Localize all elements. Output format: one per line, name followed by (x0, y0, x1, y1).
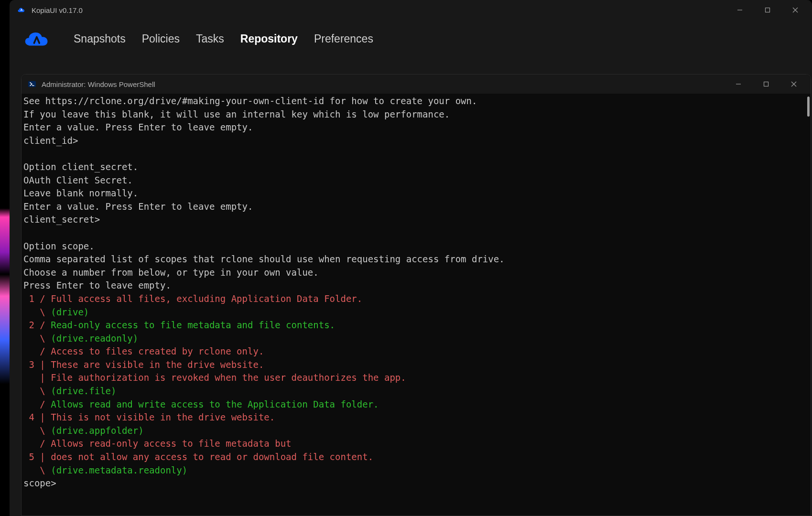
nav-snapshots[interactable]: Snapshots (74, 32, 126, 45)
svg-rect-1 (766, 8, 770, 12)
kopia-window-controls (726, 0, 809, 20)
powershell-title: Administrator: Windows PowerShell (42, 80, 155, 88)
nav-tasks[interactable]: Tasks (196, 32, 224, 45)
kopia-window: KopiaUI v0.17.0 Snapshots Policies Tasks… (10, 0, 812, 516)
kopia-close-button[interactable] (781, 0, 809, 20)
desktop-wallpaper-slice (0, 76, 10, 516)
scrollbar-thumb[interactable] (807, 97, 810, 117)
kopia-titlebar[interactable]: KopiaUI v0.17.0 (10, 0, 812, 20)
powershell-minimize-button[interactable] (725, 74, 752, 94)
powershell-maximize-button[interactable] (752, 74, 780, 94)
kopia-minimize-button[interactable] (726, 0, 754, 20)
kopia-app-icon (16, 5, 27, 15)
nav-preferences[interactable]: Preferences (314, 32, 373, 45)
kopia-maximize-button[interactable] (754, 0, 781, 20)
powershell-close-button[interactable] (780, 74, 808, 94)
kopia-logo-icon (22, 29, 50, 49)
powershell-icon (27, 79, 37, 89)
kopia-nav: Snapshots Policies Tasks Repository Pref… (10, 20, 812, 60)
powershell-window-controls (725, 74, 808, 94)
nav-repository[interactable]: Repository (240, 32, 298, 45)
powershell-body[interactable]: See https://rclone.org/drive/#making-you… (22, 94, 811, 516)
kopia-window-title: KopiaUI v0.17.0 (32, 6, 83, 14)
powershell-output: See https://rclone.org/drive/#making-you… (22, 94, 811, 490)
nav-policies[interactable]: Policies (142, 32, 180, 45)
svg-rect-7 (764, 82, 769, 86)
powershell-titlebar[interactable]: Administrator: Windows PowerShell (22, 75, 811, 94)
powershell-window: Administrator: Windows PowerShell See ht… (21, 74, 811, 516)
